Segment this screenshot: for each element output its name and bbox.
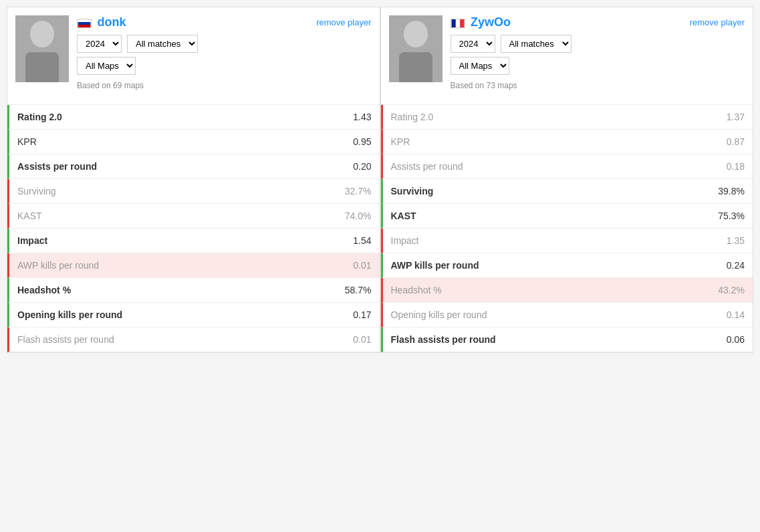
stat-name: Surviving	[391, 186, 434, 196]
player1-avatar	[15, 15, 69, 82]
stat-row: Surviving39.8%	[381, 179, 753, 204]
stat-value: 1.37	[727, 112, 745, 122]
svg-rect-10	[455, 19, 459, 27]
player2-flag-icon	[451, 19, 465, 28]
player2-matches-select[interactable]: All matches LAN Online	[501, 35, 572, 53]
svg-rect-8	[399, 52, 432, 82]
stat-name: KPR	[17, 136, 37, 147]
player2-maps-select[interactable]: All Maps Mirage Inferno Nuke Dust2	[451, 57, 509, 75]
svg-rect-2	[25, 52, 59, 82]
stat-value: 1.35	[727, 235, 745, 246]
stat-name: Flash assists per round	[391, 334, 496, 345]
stat-value: 75.3%	[718, 211, 745, 221]
player2-panel: ZywOo remove player 2024 2023 2022 All m…	[380, 7, 754, 353]
stat-name: Flash assists per round	[17, 334, 114, 345]
stat-name: Headshot %	[17, 285, 71, 295]
stat-value: 0.06	[727, 334, 745, 345]
svg-point-7	[404, 21, 428, 47]
stat-name: Opening kills per round	[391, 309, 487, 320]
stat-value: 74.0%	[345, 211, 372, 221]
stat-value: 0.17	[353, 309, 371, 320]
player1-maps-select[interactable]: All Maps Mirage Inferno Nuke Dust2	[77, 57, 136, 75]
stat-row: Impact1.35	[381, 229, 753, 253]
stat-value: 0.18	[727, 161, 745, 172]
comparison-container: donk remove player 2024 2023 2022 All ma…	[7, 7, 753, 353]
player1-name-link[interactable]: donk	[97, 15, 126, 29]
player2-info: ZywOo remove player 2024 2023 2022 All m…	[451, 15, 745, 91]
stat-row: Opening kills per round0.17	[7, 303, 380, 327]
player1-maps-based: Based on 69 maps	[77, 81, 144, 90]
stat-value: 39.8%	[718, 186, 745, 196]
stat-row: Impact1.54	[7, 229, 380, 253]
player1-panel: donk remove player 2024 2023 2022 All ma…	[7, 7, 380, 353]
stat-name: Rating 2.0	[17, 112, 62, 122]
stat-name: KPR	[391, 136, 410, 147]
stat-row: Headshot %43.2%	[381, 278, 753, 303]
stat-name: KAST	[391, 211, 416, 221]
player1-flag-icon	[77, 19, 92, 28]
player1-header: donk remove player 2024 2023 2022 All ma…	[7, 7, 380, 105]
player2-remove-link[interactable]: remove player	[690, 17, 745, 27]
stat-row: Assists per round0.18	[381, 154, 753, 179]
player2-year-select[interactable]: 2024 2023 2022	[451, 35, 495, 53]
stat-value: 0.01	[353, 334, 371, 345]
stat-name: Assists per round	[17, 161, 97, 172]
stat-name: KAST	[17, 211, 42, 221]
stat-row: KAST74.0%	[7, 204, 380, 229]
svg-point-1	[30, 21, 54, 47]
stat-row: AWP kills per round0.01	[7, 253, 380, 278]
svg-rect-11	[460, 19, 464, 27]
stat-name: Rating 2.0	[391, 112, 434, 122]
player2-stats: Rating 2.01.37KPR0.87Assists per round0.…	[381, 105, 753, 352]
player2-maps-based: Based on 73 maps	[451, 81, 517, 90]
player2-name-link[interactable]: ZywOo	[471, 15, 511, 29]
stat-name: Impact	[17, 235, 47, 246]
stat-value: 0.87	[727, 136, 745, 147]
player1-info: donk remove player 2024 2023 2022 All ma…	[77, 15, 372, 91]
stat-value: 32.7%	[345, 186, 372, 196]
stat-row: Flash assists per round0.01	[7, 327, 380, 352]
stat-row: Rating 2.01.37	[381, 105, 753, 130]
stat-value: 43.2%	[718, 285, 745, 295]
stat-row: Flash assists per round0.06	[381, 327, 753, 352]
stat-name: Assists per round	[391, 161, 463, 172]
stat-name: Impact	[391, 235, 419, 246]
stat-name: AWP kills per round	[17, 260, 99, 271]
stat-row: KAST75.3%	[381, 204, 753, 229]
stat-name: Opening kills per round	[17, 309, 122, 320]
player2-header: ZywOo remove player 2024 2023 2022 All m…	[381, 7, 753, 105]
stat-value: 0.95	[353, 136, 371, 147]
stat-row: Surviving32.7%	[7, 179, 380, 204]
stat-value: 0.24	[727, 260, 745, 271]
player1-name-container: donk	[77, 15, 126, 29]
stat-value: 58.7%	[345, 285, 372, 295]
player1-year-select[interactable]: 2024 2023 2022	[77, 35, 122, 53]
player1-stats: Rating 2.01.43KPR0.95Assists per round0.…	[7, 105, 380, 352]
stat-row: AWP kills per round0.24	[381, 253, 753, 278]
stat-value: 1.54	[353, 235, 371, 246]
svg-rect-3	[78, 19, 91, 22]
svg-rect-4	[78, 22, 91, 25]
stat-name: AWP kills per round	[391, 260, 479, 271]
stat-name: Surviving	[17, 186, 56, 196]
stat-value: 0.14	[727, 309, 745, 320]
stat-row: Opening kills per round0.14	[381, 303, 753, 327]
stat-row: KPR0.87	[381, 130, 753, 154]
svg-rect-5	[78, 25, 91, 27]
svg-rect-9	[451, 19, 455, 27]
player1-matches-select[interactable]: All matches LAN Online	[127, 35, 198, 53]
stat-value: 0.01	[353, 260, 371, 271]
stat-row: KPR0.95	[7, 130, 380, 154]
player1-remove-link[interactable]: remove player	[316, 17, 371, 27]
stat-row: Assists per round0.20	[7, 154, 380, 179]
stat-row: Headshot %58.7%	[7, 278, 380, 303]
player2-avatar	[389, 15, 442, 82]
player2-name-container: ZywOo	[451, 15, 511, 29]
stat-name: Headshot %	[391, 285, 442, 295]
stat-value: 0.20	[353, 161, 371, 172]
stat-row: Rating 2.01.43	[7, 105, 380, 130]
stat-value: 1.43	[353, 112, 371, 122]
